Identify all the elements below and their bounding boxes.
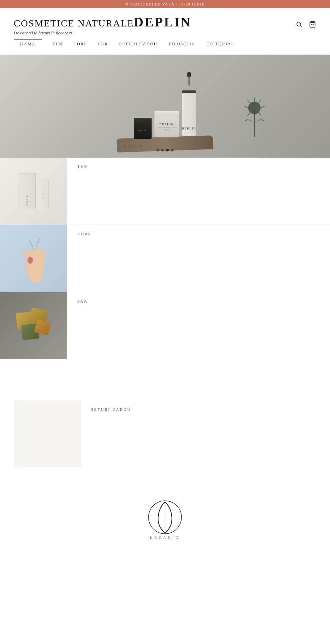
category-corp[interactable]: CORP — [0, 225, 330, 292]
category-ten[interactable]: DEPLIN DEPLIN TEN — [0, 158, 330, 225]
category-ten-label: TEN — [67, 158, 98, 176]
logo[interactable]: COSMETICE NATURALEDEPLIN De care să te b… — [14, 14, 191, 36]
hero-plant-decoration — [241, 96, 268, 137]
organic-logo: ORGANIC — [138, 495, 192, 543]
svg-line-6 — [258, 100, 261, 103]
svg-text:ORGANIC: ORGANIC — [150, 536, 180, 540]
announcement-bar: % REDUCERI DE VARĂ · 13-20 IUNIE — [0, 0, 330, 8]
hero-dot-1[interactable] — [156, 149, 159, 151]
main-nav: GAMĂ TEN CORP PĂR SETURI CADOU FILOSOFIE… — [0, 39, 330, 55]
svg-line-8 — [258, 112, 261, 116]
nav-item-editorial[interactable]: EDITORIAL — [206, 42, 234, 47]
svg-line-7 — [261, 106, 265, 108]
logo-prefix: COSMETICE NATURALE — [14, 18, 134, 29]
svg-line-11 — [248, 112, 250, 116]
hero-slider-dots — [156, 149, 174, 151]
hero-dot-4[interactable] — [171, 149, 174, 151]
svg-line-9 — [248, 100, 250, 103]
svg-point-12 — [28, 257, 33, 264]
hero-dot-3[interactable] — [166, 149, 169, 151]
nav-item-ten[interactable]: TEN — [53, 42, 63, 47]
svg-line-10 — [244, 106, 248, 108]
nav-item-par[interactable]: PĂR — [98, 42, 108, 47]
seturi-cadou-image-placeholder — [14, 400, 81, 467]
category-ten-image: DEPLIN DEPLIN — [0, 158, 67, 225]
search-icon[interactable] — [296, 21, 302, 30]
hero-banner: DEPLIN DEPLIN CREMA HIDRATANTA SPF 30 DE… — [0, 55, 330, 158]
nav-items: TEN CORP PĂR SETURI CADOU FILOSOFIE EDIT… — [53, 42, 235, 47]
hero-dot-2[interactable] — [161, 149, 164, 151]
category-corp-image — [0, 225, 67, 292]
seturi-cadou-label[interactable]: SETURI CADOU — [81, 400, 141, 418]
logo-subtitle: De care să te bucuri în fiecare zi. — [14, 30, 191, 36]
logo-title: COSMETICE NATURALEDEPLIN — [14, 14, 191, 30]
categories-section: DEPLIN DEPLIN TEN — [0, 158, 330, 373]
cart-icon[interactable] — [309, 21, 316, 30]
header: COSMETICE NATURALEDEPLIN De care să te b… — [0, 8, 330, 39]
category-par-label: PĂR — [67, 292, 98, 310]
svg-point-0 — [297, 22, 301, 26]
organic-logo-section: ORGANIC — [0, 481, 330, 557]
category-par-image — [0, 292, 67, 359]
logo-brand: DEPLIN — [134, 15, 191, 29]
nav-item-seturi[interactable]: SETURI CADOU — [119, 42, 158, 47]
nav-item-filosofie[interactable]: FILOSOFIE — [168, 42, 195, 47]
category-corp-label: CORP — [67, 225, 102, 243]
header-icons — [296, 21, 316, 30]
category-par[interactable]: PĂR — [0, 292, 330, 359]
nav-item-corp[interactable]: CORP — [74, 42, 87, 47]
announcement-text: % REDUCERI DE VARĂ · 13-20 IUNIE — [125, 2, 205, 6]
svg-line-1 — [300, 25, 302, 27]
seturi-cadou-section: SETURI CADOU — [0, 373, 330, 481]
nav-gama-button[interactable]: GAMĂ — [14, 39, 42, 49]
